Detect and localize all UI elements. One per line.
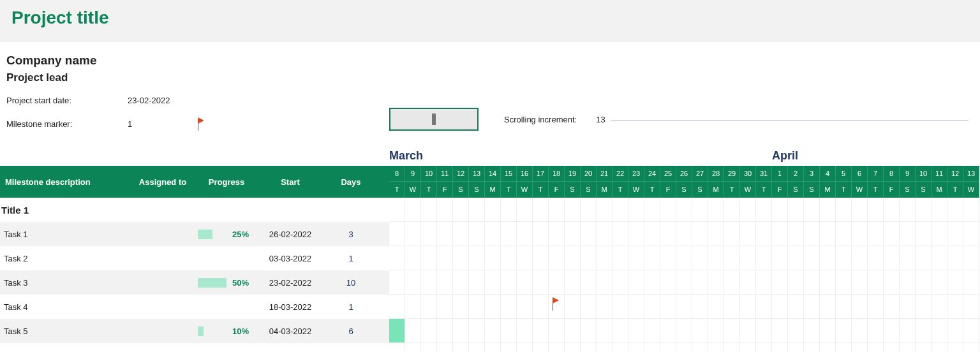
gantt-cell[interactable] [597,319,612,343]
gantt-cell[interactable] [597,295,612,319]
gantt-cell[interactable] [469,295,485,319]
gantt-cell[interactable] [517,222,533,246]
gantt-cell[interactable] [533,295,549,319]
gantt-cell[interactable] [932,246,947,270]
gantt-cell[interactable] [628,319,644,343]
gantt-cell[interactable] [724,343,740,352]
gantt-cell[interactable] [453,343,469,352]
gantt-cell[interactable] [692,270,708,295]
gantt-cell[interactable] [788,343,804,352]
gantt-cell[interactable] [421,319,437,343]
gantt-cell[interactable] [756,270,772,295]
gantt-cell[interactable] [963,198,979,222]
task-days[interactable]: 6 [325,326,376,336]
gantt-cell[interactable] [469,270,485,295]
gantt-cell[interactable] [868,222,884,246]
gantt-cell[interactable] [756,222,772,246]
gantt-cell[interactable] [612,319,628,343]
gantt-cell[interactable] [772,270,788,295]
gantt-cell[interactable] [581,246,597,270]
gantt-cell[interactable] [852,198,868,222]
gantt-cell[interactable] [900,343,916,352]
gantt-cell[interactable] [565,222,581,246]
gantt-cell[interactable] [660,319,676,343]
gantt-cell[interactable] [612,222,628,246]
gantt-cell[interactable] [724,270,740,295]
gantt-cell[interactable] [836,343,852,352]
gantt-cell[interactable] [421,343,437,352]
gantt-cell[interactable] [788,319,804,343]
gantt-cell[interactable] [692,319,708,343]
gantt-cell[interactable] [581,295,597,319]
gantt-cell[interactable] [884,222,900,246]
gantt-cell[interactable] [405,198,421,222]
gantt-cell[interactable] [421,295,437,319]
gantt-cell[interactable] [660,246,676,270]
gantt-cell[interactable] [405,319,421,343]
gantt-cell[interactable] [868,319,884,343]
gantt-cell[interactable] [565,270,581,295]
gantt-cell[interactable] [660,343,676,352]
gantt-cell[interactable] [900,222,916,246]
gantt-cell[interactable] [469,198,485,222]
gantt-cell[interactable] [565,295,581,319]
gantt-cell[interactable] [756,319,772,343]
gantt-cell[interactable] [820,343,836,352]
gantt-cell[interactable] [916,343,932,352]
gantt-cell[interactable] [740,343,756,352]
gantt-cell[interactable] [963,343,979,352]
gantt-cell[interactable] [421,270,437,295]
gantt-cell[interactable] [517,198,533,222]
task-start[interactable]: 04-03-2022 [255,326,325,336]
gantt-cell[interactable] [836,198,852,222]
gantt-cell[interactable] [405,343,421,352]
gantt-cell[interactable] [549,343,565,352]
gantt-cell[interactable] [501,246,517,270]
gantt-cell[interactable] [772,319,788,343]
gantt-cell[interactable] [740,198,756,222]
gantt-cell[interactable] [469,222,485,246]
gantt-cell[interactable] [772,343,788,352]
gantt-cell[interactable] [963,246,979,270]
gantt-cell[interactable] [660,198,676,222]
gantt-cell[interactable] [756,295,772,319]
gantt-cell[interactable] [533,270,549,295]
gantt-cell[interactable] [389,319,405,343]
gantt-cell[interactable] [772,198,788,222]
gantt-cell[interactable] [644,319,660,343]
gantt-cell[interactable] [533,343,549,352]
gantt-cell[interactable] [884,270,900,295]
project-lead[interactable]: Project lead [6,71,969,84]
gantt-cell[interactable] [437,222,453,246]
gantt-cell[interactable] [756,198,772,222]
gantt-cell[interactable] [947,198,963,222]
gantt-cell[interactable] [517,319,533,343]
project-start-value[interactable]: 23-02-2022 [128,96,198,105]
gantt-cell[interactable] [533,222,549,246]
gantt-cell[interactable] [900,270,916,295]
gantt-cell[interactable] [932,343,947,352]
gantt-cell[interactable] [836,222,852,246]
gantt-cell[interactable] [692,343,708,352]
gantt-cell[interactable] [884,198,900,222]
gantt-cell[interactable] [437,319,453,343]
gantt-cell[interactable] [692,198,708,222]
gantt-cell[interactable] [932,198,947,222]
section-title[interactable]: Title 2 [0,343,389,352]
gantt-cell[interactable] [581,198,597,222]
gantt-cell[interactable] [772,246,788,270]
gantt-cell[interactable] [453,295,469,319]
gantt-cell[interactable] [453,222,469,246]
gantt-cell[interactable] [788,295,804,319]
project-title[interactable]: Project title [11,8,969,28]
gantt-cell[interactable] [660,270,676,295]
milestone-marker-value[interactable]: 1 [128,119,198,129]
gantt-cell[interactable] [916,198,932,222]
gantt-cell[interactable] [708,270,724,295]
gantt-cell[interactable] [884,343,900,352]
gantt-cell[interactable] [597,246,612,270]
gantt-cell[interactable] [389,295,405,319]
gantt-cell[interactable] [628,295,644,319]
task-name[interactable]: Task 1 [0,230,128,239]
gantt-cell[interactable] [612,343,628,352]
